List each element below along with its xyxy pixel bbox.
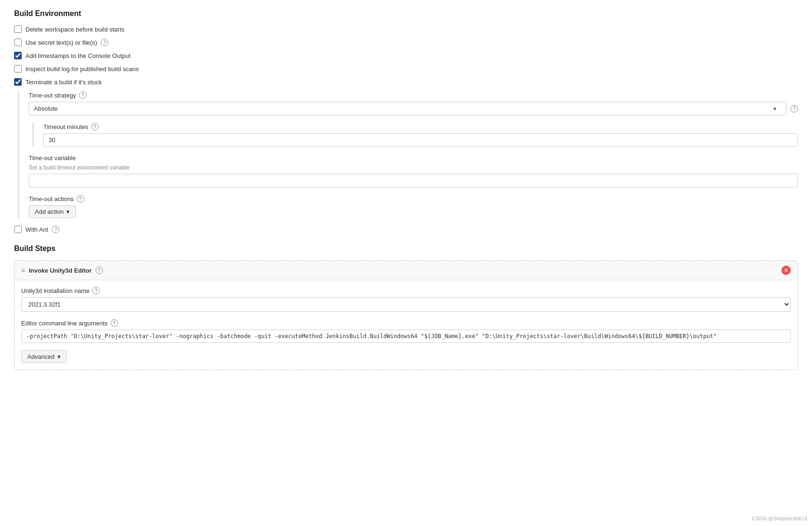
label-add-timestamps: Add timestamps to the Console Output — [25, 52, 130, 59]
help-icon-step-title[interactable]: ? — [96, 267, 103, 274]
checkbox-use-secret[interactable] — [14, 39, 22, 46]
add-action-chevron: ▾ — [66, 208, 70, 215]
label-delete-workspace: Delete workspace before build starts — [25, 26, 124, 33]
checkbox-row-add-timestamps: Add timestamps to the Console Output — [14, 52, 798, 59]
build-step-header-left: ≡ Invoke Unity3d Editor ? — [21, 267, 103, 274]
checkbox-row-use-secret: Use secret text(s) or file(s) ? — [14, 39, 798, 46]
installation-name-select[interactable]: 2021.3.32f1 — [21, 297, 791, 312]
editor-args-label: Editor command line arguments ? — [21, 319, 791, 327]
add-action-button[interactable]: Add action ▾ — [29, 205, 76, 218]
checkbox-with-ant[interactable] — [14, 226, 22, 233]
installation-name-label: Unity3d installation name ? — [21, 287, 791, 294]
help-icon-timeout-actions[interactable]: ? — [77, 195, 84, 202]
timeout-strategy-label: Time-out strategy ? — [29, 91, 798, 99]
close-step-button[interactable]: ✕ — [781, 266, 791, 275]
label-terminate-build: Terminate a build if it's stuck — [25, 79, 102, 86]
checkbox-row-with-ant: With Ant ? — [14, 226, 798, 233]
help-icon-with-ant[interactable]: ? — [52, 226, 59, 233]
help-icon-use-secret[interactable]: ? — [101, 39, 108, 46]
timeout-strategy-select-wrapper: Absolute Deadline Elastic Likely stuck N… — [29, 102, 798, 115]
help-icon-editor-args[interactable]: ? — [111, 319, 118, 327]
timeout-strategy-select[interactable]: Absolute Deadline Elastic Likely stuck N… — [29, 102, 787, 115]
build-step-header: ≡ Invoke Unity3d Editor ? ✕ — [15, 261, 797, 280]
checkbox-row-terminate-build: Terminate a build if it's stuck — [14, 78, 798, 86]
help-icon-timeout-strategy[interactable]: ? — [79, 91, 87, 99]
build-steps-title: Build Steps — [14, 244, 798, 253]
help-icon-timeout-minutes[interactable]: ? — [91, 123, 99, 130]
timeout-minutes-group: Timeout minutes ? — [43, 123, 798, 147]
timeout-actions-group: Time-out actions ? Add action ▾ — [29, 195, 798, 218]
timeout-variable-input[interactable] — [29, 174, 798, 187]
timeout-strategy-group: Time-out strategy ? Absolute Deadline El… — [29, 91, 798, 115]
installation-name-group: Unity3d installation name ? 2021.3.32f1 — [21, 287, 791, 312]
timeout-minutes-label: Timeout minutes ? — [43, 123, 798, 130]
label-with-ant: With Ant — [25, 226, 48, 233]
step-title: Invoke Unity3d Editor — [29, 267, 92, 274]
advanced-chevron: ▾ — [57, 353, 61, 360]
drag-icon[interactable]: ≡ — [21, 267, 25, 274]
checkbox-row-delete-workspace: Delete workspace before build starts — [14, 25, 798, 33]
build-steps-container: ≡ Invoke Unity3d Editor ? ✕ Unity3d inst… — [14, 260, 798, 370]
build-step-body: Unity3d installation name ? 2021.3.32f1 … — [15, 280, 797, 370]
timeout-minutes-input[interactable] — [43, 133, 798, 147]
label-inspect-build-log: Inspect build log for published build sc… — [25, 65, 139, 73]
timeout-actions-label: Time-out actions ? — [29, 195, 798, 202]
timeout-minutes-block: Timeout minutes ? — [32, 123, 798, 147]
timeout-variable-label: Time-out variable — [29, 154, 798, 162]
checkbox-terminate-build[interactable] — [14, 78, 22, 86]
checkbox-delete-workspace[interactable] — [14, 25, 22, 33]
editor-args-group: Editor command line arguments ? — [21, 319, 791, 343]
editor-args-input[interactable] — [21, 330, 791, 343]
help-icon-timeout-strategy-dropdown[interactable]: ? — [790, 105, 798, 113]
help-icon-installation-name[interactable]: ? — [92, 287, 100, 294]
label-use-secret: Use secret text(s) or file(s) — [25, 39, 97, 46]
checkbox-inspect-build-log[interactable] — [14, 65, 22, 73]
timeout-settings-block: Time-out strategy ? Absolute Deadline El… — [18, 91, 798, 218]
advanced-button[interactable]: Advanced ▾ — [21, 350, 67, 363]
timeout-variable-group: Time-out variable Set a build timeout en… — [29, 154, 798, 187]
timeout-variable-hint: Set a build timeout environment variable — [29, 164, 798, 171]
build-environment-title: Build Environment — [14, 9, 798, 18]
checkbox-add-timestamps[interactable] — [14, 52, 22, 59]
checkbox-row-inspect-build-log: Inspect build log for published build sc… — [14, 65, 798, 73]
